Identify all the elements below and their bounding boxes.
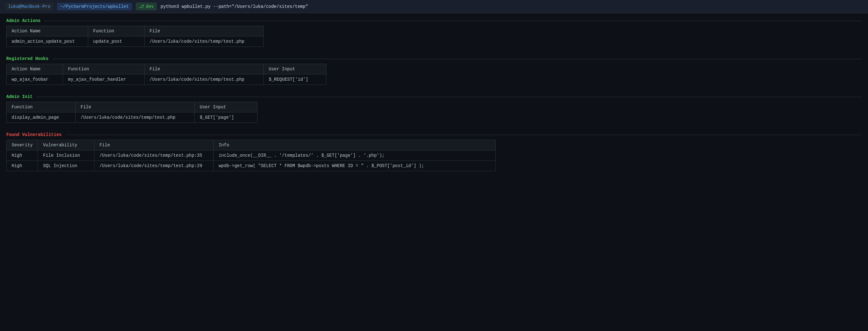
col-header-file: File bbox=[145, 64, 264, 75]
col-header-function: Function bbox=[88, 26, 145, 36]
cell-action-name: admin_action_update_post bbox=[7, 36, 88, 47]
registered-hooks-line bbox=[52, 59, 862, 59]
terminal-titlebar: luka@MacBook-Pro ~/PycharmProjects/wpbul… bbox=[0, 0, 868, 13]
terminal-content: Admin Actions Action Name Function File … bbox=[0, 13, 868, 186]
cell-file: /Users/luka/code/sites/temp/test.php:29 bbox=[94, 161, 214, 171]
branch-name: dev bbox=[146, 4, 154, 9]
admin-actions-table: Action Name Function File admin_action_u… bbox=[6, 26, 264, 47]
vulnerabilities-header: Found Vulnerabilities bbox=[6, 132, 862, 137]
admin-actions-line bbox=[44, 21, 862, 21]
registered-hooks-table: Action Name Function File User Input wp_… bbox=[6, 64, 327, 85]
cell-severity: High bbox=[7, 150, 38, 161]
registered-hooks-header: Registered Hooks bbox=[6, 56, 862, 61]
cell-function: display_admin_page bbox=[7, 112, 75, 123]
cell-vulnerability: File Inclusion bbox=[38, 150, 94, 161]
table-header-row: Action Name Function File User Input bbox=[7, 64, 327, 75]
cell-user-input: $_REQUEST['id'] bbox=[264, 75, 327, 85]
admin-actions-title: Admin Actions bbox=[6, 18, 40, 23]
registered-hooks-section: Registered Hooks Action Name Function Fi… bbox=[6, 56, 862, 85]
table-header-row: Severity Vulnerability File Info bbox=[7, 140, 496, 150]
admin-actions-section: Admin Actions Action Name Function File … bbox=[6, 18, 862, 47]
cell-action-name: wp_ajax_foobar bbox=[7, 75, 63, 85]
col-header-info: Info bbox=[214, 140, 496, 150]
cell-function: my_ajax_foobar_handler bbox=[63, 75, 145, 85]
cell-user-input: $_GET['page'] bbox=[195, 112, 257, 123]
titlebar-path: ~/PycharmProjects/wpbullet bbox=[57, 3, 132, 10]
titlebar-branch: ⎇ dev bbox=[136, 2, 157, 10]
col-header-user-input: User Input bbox=[264, 64, 327, 75]
col-header-file: File bbox=[94, 140, 214, 150]
table-row: High File Inclusion /Users/luka/code/sit… bbox=[7, 150, 496, 161]
cell-file: /Users/luka/code/sites/temp/test.php bbox=[75, 112, 195, 123]
vulnerabilities-line bbox=[65, 135, 862, 135]
admin-init-header: Admin Init bbox=[6, 94, 862, 99]
vulnerabilities-title: Found Vulnerabilities bbox=[6, 132, 61, 137]
vulnerabilities-table: Severity Vulnerability File Info High Fi… bbox=[6, 140, 496, 171]
col-header-file: File bbox=[145, 26, 264, 36]
col-header-function: Function bbox=[63, 64, 145, 75]
cell-vulnerability: SQL Injection bbox=[38, 161, 94, 171]
table-row: High SQL Injection /Users/luka/code/site… bbox=[7, 161, 496, 171]
col-header-vulnerability: Vulnerability bbox=[38, 140, 94, 150]
titlebar-user: luka@MacBook-Pro bbox=[5, 3, 53, 10]
vulnerabilities-section: Found Vulnerabilities Severity Vulnerabi… bbox=[6, 132, 862, 171]
admin-actions-header: Admin Actions bbox=[6, 18, 862, 23]
cell-severity: High bbox=[7, 161, 38, 171]
admin-init-table: Function File User Input display_admin_p… bbox=[6, 102, 257, 123]
col-header-user-input: User Input bbox=[195, 102, 257, 112]
registered-hooks-title: Registered Hooks bbox=[6, 56, 48, 61]
terminal-window: luka@MacBook-Pro ~/PycharmProjects/wpbul… bbox=[0, 0, 868, 331]
table-row: wp_ajax_foobar my_ajax_foobar_handler /U… bbox=[7, 75, 327, 85]
admin-init-section: Admin Init Function File User Input disp… bbox=[6, 94, 862, 123]
table-header-row: Function File User Input bbox=[7, 102, 257, 112]
branch-icon: ⎇ bbox=[139, 4, 144, 9]
table-row: display_admin_page /Users/luka/code/site… bbox=[7, 112, 257, 123]
col-header-severity: Severity bbox=[7, 140, 38, 150]
cell-file: /Users/luka/code/sites/temp/test.php bbox=[145, 75, 264, 85]
admin-init-line bbox=[36, 97, 862, 97]
cell-file: /Users/luka/code/sites/temp/test.php bbox=[145, 36, 264, 47]
cell-file: /Users/luka/code/sites/temp/test.php:35 bbox=[94, 150, 214, 161]
col-header-file: File bbox=[75, 102, 195, 112]
cell-function: update_post bbox=[88, 36, 145, 47]
titlebar-command: python3 wpbullet.py --path="/Users/luka/… bbox=[160, 4, 308, 9]
table-row: admin_action_update_post update_post /Us… bbox=[7, 36, 264, 47]
col-header-function: Function bbox=[7, 102, 75, 112]
cell-info: wpdb->get_row( "SELECT * FROM $wpdb->pos… bbox=[214, 161, 496, 171]
admin-init-title: Admin Init bbox=[6, 94, 33, 99]
col-header-action-name: Action Name bbox=[7, 26, 88, 36]
table-header-row: Action Name Function File bbox=[7, 26, 264, 36]
cell-info: include_once(__DIR__ . '/templates/' . $… bbox=[214, 150, 496, 161]
col-header-action-name: Action Name bbox=[7, 64, 63, 75]
